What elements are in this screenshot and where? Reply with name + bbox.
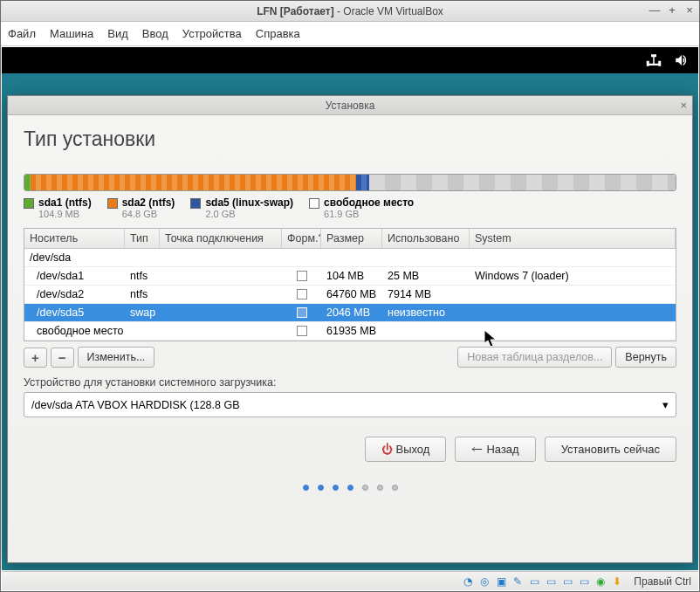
col-type[interactable]: Тип <box>125 229 160 248</box>
pbar-free <box>369 175 676 190</box>
virtualbox-window: LFN [Работает] - Oracle VM VirtualBox — … <box>0 0 700 592</box>
partition-toolbar: + − Изменить... Новая таблица разделов..… <box>24 347 676 368</box>
bootloader-select[interactable]: /dev/sda ATA VBOX HARDDISK (128.8 GB ▾ <box>24 392 676 417</box>
step-dot <box>333 485 339 491</box>
installer-dialog: Установка × Тип установки sda1 (ntfs)104… <box>7 95 693 563</box>
menu-machine[interactable]: Машина <box>50 27 93 40</box>
installer-close-icon[interactable]: × <box>680 99 687 112</box>
footer-buttons: ⏻Выход 🡐Назад Установить сейчас <box>24 437 676 462</box>
minimize-icon[interactable]: — <box>649 3 661 16</box>
vm-statusbar: ◔ ◎ ▣ ✎ ▭ ▭ ▭ ▭ ◉ ⬇ Правый Ctrl <box>2 571 698 590</box>
network-status-icon[interactable]: ▭ <box>561 575 574 588</box>
col-used[interactable]: Использовано <box>382 229 470 248</box>
page-title: Тип установки <box>24 127 676 151</box>
swatch-icon <box>24 198 34 209</box>
format-checkbox[interactable] <box>297 271 307 281</box>
arrow-left-icon: 🡐 <box>471 443 483 456</box>
recording-icon[interactable]: ⬇ <box>611 575 624 588</box>
swatch-icon <box>309 198 319 209</box>
installer-titlebar: Установка × <box>8 96 692 115</box>
table-row[interactable]: /dev/sda2ntfs64760 MB7914 MB <box>24 286 676 304</box>
change-partition-button[interactable]: Изменить... <box>78 347 155 368</box>
revert-button[interactable]: Вернуть <box>615 347 676 368</box>
table-row-parent[interactable]: /dev/sda <box>24 249 676 267</box>
table-row[interactable]: /dev/sda5swap2046 MBнеизвестно <box>24 304 676 322</box>
swatch-icon <box>190 198 201 209</box>
col-format[interactable]: Форм.? <box>282 229 321 248</box>
back-button[interactable]: 🡐Назад <box>455 437 535 462</box>
network-icon[interactable] <box>646 52 662 68</box>
hostkey-label: Правый Ctrl <box>634 575 691 588</box>
chevron-down-icon: ▾ <box>662 398 669 411</box>
hdd-icon[interactable]: ◔ <box>462 575 475 588</box>
display-icon[interactable]: ▭ <box>528 575 541 588</box>
usb-icon[interactable]: ✎ <box>511 575 525 588</box>
vm-titlebar: LFN [Работает] - Oracle VM VirtualBox — … <box>1 1 699 22</box>
install-button[interactable]: Установить сейчас <box>545 437 676 462</box>
step-dot <box>362 485 368 491</box>
col-mount[interactable]: Точка подключения <box>160 229 282 248</box>
volume-icon[interactable] <box>674 52 690 68</box>
guest-additions-icon[interactable]: ◉ <box>594 575 607 588</box>
vm-title-prefix: LFN [Работает] <box>257 5 334 17</box>
table-row[interactable]: /dev/sda1ntfs104 MB25 MBWindows 7 (loade… <box>24 267 676 286</box>
guest-panel <box>2 47 698 73</box>
step-dot <box>377 485 383 491</box>
legend-sda1: sda1 (ntfs)104.9 MB <box>24 196 92 219</box>
add-partition-button[interactable]: + <box>24 348 47 368</box>
step-dot <box>347 485 353 491</box>
legend-sda5: sda5 (linux-swap)2.0 GB <box>190 196 293 219</box>
shared-folder-icon[interactable]: ▣ <box>495 575 508 588</box>
format-checkbox[interactable] <box>297 326 307 336</box>
pbar-sda2 <box>31 175 356 190</box>
table-row[interactable]: свободное место61935 MB <box>24 322 676 341</box>
maximize-icon[interactable]: + <box>666 3 678 16</box>
step-dot <box>318 485 324 491</box>
menu-view[interactable]: Вид <box>107 27 128 40</box>
guest-viewport: Установка × Тип установки sda1 (ntfs)104… <box>2 47 698 570</box>
pbar-sda1 <box>24 175 31 190</box>
remove-partition-button[interactable]: − <box>51 348 74 368</box>
step-dot <box>303 485 309 491</box>
table-header: Носитель Тип Точка подключения Форм.? Ра… <box>24 229 676 249</box>
quit-button[interactable]: ⏻Выход <box>365 437 447 462</box>
close-icon[interactable]: × <box>683 3 696 16</box>
bootloader-label: Устройство для установки системного загр… <box>24 376 676 389</box>
optical-icon[interactable]: ◎ <box>478 575 491 588</box>
partition-bar[interactable] <box>24 174 676 191</box>
installer-title-label: Установка <box>326 100 375 112</box>
col-system[interactable]: System <box>470 229 676 248</box>
bootloader-value: /dev/sda ATA VBOX HARDDISK (128.8 GB <box>31 399 240 411</box>
menu-devices[interactable]: Устройства <box>182 27 242 40</box>
swatch-icon <box>107 198 118 209</box>
legend-free: свободное место61.9 GB <box>309 196 414 219</box>
progress-dots <box>24 485 676 491</box>
power-icon: ⏻ <box>381 443 393 456</box>
partition-legend: sda1 (ntfs)104.9 MB sda2 (ntfs)64.8 GB s… <box>24 196 676 219</box>
menu-help[interactable]: Справка <box>256 27 300 40</box>
pbar-sda5 <box>356 175 369 190</box>
audio-status-icon[interactable]: ▭ <box>578 575 591 588</box>
monitor-icon[interactable]: ▭ <box>545 575 558 588</box>
format-checkbox[interactable] <box>297 289 307 299</box>
format-checkbox[interactable] <box>297 307 307 318</box>
menu-file[interactable]: Файл <box>8 27 36 40</box>
partition-table: Носитель Тип Точка подключения Форм.? Ра… <box>24 228 676 341</box>
col-size[interactable]: Размер <box>321 229 382 248</box>
menu-input[interactable]: Ввод <box>142 27 168 40</box>
step-dot <box>392 485 398 491</box>
vm-menubar: Файл Машина Вид Ввод Устройства Справка <box>1 22 699 46</box>
col-device[interactable]: Носитель <box>24 229 125 248</box>
legend-sda2: sda2 (ntfs)64.8 GB <box>107 196 175 219</box>
new-table-button[interactable]: Новая таблица разделов... <box>457 347 612 368</box>
vm-title-suffix: - Oracle VM VirtualBox <box>334 5 443 17</box>
